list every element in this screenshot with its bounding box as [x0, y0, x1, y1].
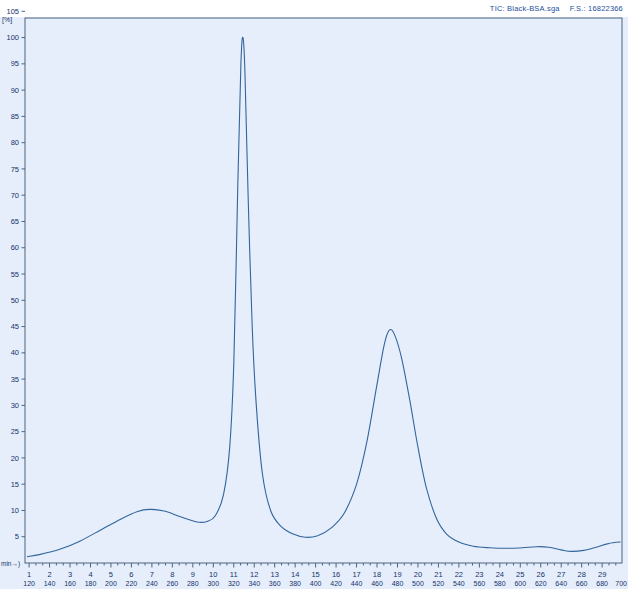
y-tick-label: 80	[11, 138, 19, 147]
y-tick-label: 20	[11, 454, 19, 463]
y-tick-label: 55	[11, 270, 19, 279]
x-tick-minute-label: 19	[393, 570, 401, 579]
x-tick-minute-label: 12	[250, 570, 258, 579]
x-tick-scan-label: 320	[228, 580, 240, 587]
x-tick-scan-label: 580	[494, 580, 506, 587]
x-tick-minute-label: 28	[578, 570, 586, 579]
x-tick-minute-label: 13	[271, 570, 279, 579]
x-tick-minute-label: 10	[209, 570, 217, 579]
y-tick-label: 30	[11, 401, 19, 410]
x-tick-scan-label-edge: 700	[615, 580, 627, 587]
x-tick-minute-label: 3	[68, 570, 72, 579]
x-tick-scan-label: 340	[248, 580, 260, 587]
y-tick-label: 10	[11, 506, 19, 515]
y-tick-label: 50	[11, 296, 19, 305]
x-tick-minute-label: 29	[598, 570, 606, 579]
x-tick-scan-label: 460	[371, 580, 383, 587]
y-tick-label: 95	[11, 59, 19, 68]
x-tick-minute-label: 4	[88, 570, 92, 579]
x-tick-minute-label: 7	[150, 570, 154, 579]
x-tick-minute-label: 17	[352, 570, 360, 579]
x-tick-minute-label: 14	[291, 570, 299, 579]
y-tick-label: 60	[11, 243, 19, 252]
x-tick-minute-label: 8	[170, 570, 174, 579]
x-tick-minute-label: 22	[455, 570, 463, 579]
x-tick-minute-label: 15	[311, 570, 319, 579]
x-tick-scan-label: 660	[576, 580, 588, 587]
x-tick-minute-label: 2	[47, 570, 51, 579]
x-tick-scan-label: 280	[187, 580, 199, 587]
x-tick-scan-label: 520	[433, 580, 445, 587]
y-tick-label: 65	[11, 217, 19, 226]
y-tick-label: 90	[11, 86, 19, 95]
y-tick-label: 75	[11, 165, 19, 174]
y-tick-label: 105	[6, 7, 19, 16]
x-tick-minute-label: 23	[475, 570, 483, 579]
x-tick-scan-label: 620	[535, 580, 547, 587]
y-tick-label: 100	[6, 33, 19, 42]
x-tick-scan-label: 120	[23, 580, 35, 587]
chromatogram-window: TIC: Black-BSA.sga F.S.: 16822366 510152…	[0, 0, 628, 589]
x-tick-scan-label: 500	[412, 580, 424, 587]
x-tick-scan-label: 420	[330, 580, 342, 587]
x-tick-minute-label: 21	[434, 570, 442, 579]
x-tick-scan-label: 180	[85, 580, 97, 587]
x-tick-scan-label: 600	[514, 580, 526, 587]
plot-background	[0, 17, 628, 589]
x-tick-scan-label: 680	[596, 580, 608, 587]
y-tick-label: 35	[11, 375, 19, 384]
y-tick-label: 40	[11, 348, 19, 357]
x-tick-minute-label: 16	[332, 570, 340, 579]
x-tick-minute-label: 11	[230, 570, 238, 579]
x-tick-scan-label: 560	[474, 580, 486, 587]
x-tick-minute-label: 27	[557, 570, 565, 579]
x-tick-minute-label: 6	[129, 570, 133, 579]
x-tick-scan-label: 360	[269, 580, 281, 587]
y-tick-label: 25	[11, 427, 19, 436]
x-tick-scan-label: 240	[146, 580, 158, 587]
y-tick-label: 85	[11, 112, 19, 121]
x-tick-scan-label: 440	[351, 580, 363, 587]
x-tick-scan-label: 140	[44, 580, 56, 587]
x-tick-scan-label: 260	[167, 580, 179, 587]
y-tick-label: 70	[11, 191, 19, 200]
x-tick-minute-label: 25	[516, 570, 524, 579]
x-tick-minute-label: 9	[191, 570, 195, 579]
y-tick-label: 45	[11, 322, 19, 331]
x-tick-minute-label: 20	[414, 570, 422, 579]
x-tick-scan-label: 400	[310, 580, 322, 587]
x-tick-scan-label: 220	[126, 580, 138, 587]
x-tick-scan-label: 540	[453, 580, 465, 587]
x-tick-minute-label: 26	[537, 570, 545, 579]
y-tick-label: 5	[15, 532, 19, 541]
x-tick-scan-label: 160	[64, 580, 76, 587]
x-tick-scan-label: 480	[392, 580, 404, 587]
x-tick-scan-label: 200	[105, 580, 117, 587]
x-tick-scan-label: 300	[207, 580, 219, 587]
y-tick-label: 15	[11, 480, 19, 489]
x-axis-unit-label: min→)	[1, 560, 20, 568]
x-tick-minute-label: 5	[109, 570, 113, 579]
x-tick-minute-label: 1	[27, 570, 31, 579]
x-tick-scan-label: 380	[289, 580, 301, 587]
y-axis-unit-label: [%]	[2, 16, 12, 24]
x-tick-minute-label: 18	[373, 570, 381, 579]
x-tick-minute-label: 24	[496, 570, 504, 579]
tic-chromatogram-plot: 5101520253035404550556065707580859095100…	[0, 0, 628, 589]
x-tick-scan-label: 640	[555, 580, 567, 587]
